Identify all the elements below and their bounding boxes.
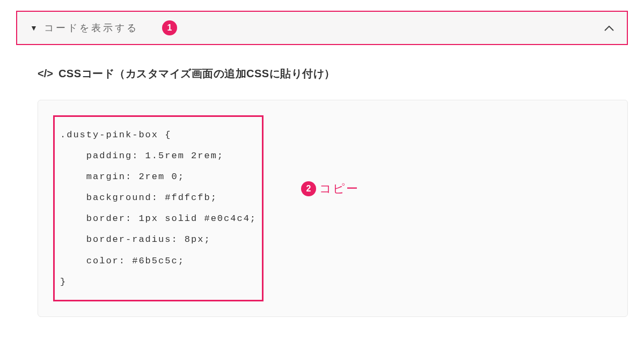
code-highlight-box: .dusty-pink-box { padding: 1.5rem 2rem; … [53,115,264,301]
code-container: .dusty-pink-box { padding: 1.5rem 2rem; … [38,100,628,317]
code-block[interactable]: .dusty-pink-box { padding: 1.5rem 2rem; … [60,124,257,292]
chevron-up-icon [604,23,614,34]
annotation-badge-1: 1 [162,20,177,35]
triangle-down-icon: ▼ [30,24,38,32]
accordion-label: コードを表示する [44,21,138,34]
copy-label: コピー [319,181,359,197]
accordion-toggle[interactable]: ▼ コードを表示する 1 [16,11,628,45]
section-title-text: CSSコード（カスタマイズ画面の追加CSSに貼り付け） [58,67,335,81]
code-icon: </> [38,68,53,80]
accordion-left-group: ▼ コードを表示する [30,21,138,34]
copy-annotation: 2 コピー [301,181,359,197]
annotation-badge-2: 2 [301,181,316,196]
section-heading: </> CSSコード（カスタマイズ画面の追加CSSに貼り付け） [16,67,628,81]
